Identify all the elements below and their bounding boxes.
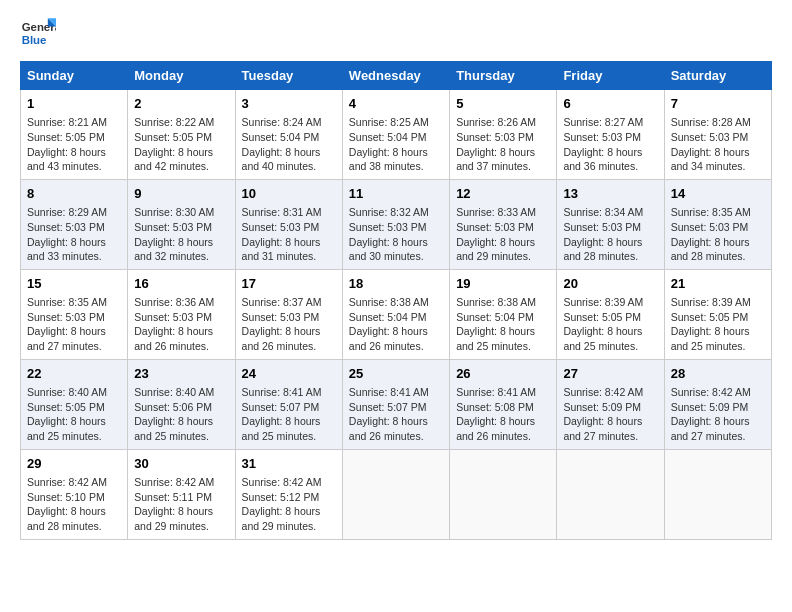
empty-cell: [450, 449, 557, 539]
week-row-4: 29Sunrise: 8:42 AMSunset: 5:10 PMDayligh…: [21, 449, 772, 539]
day-cell-24: 24Sunrise: 8:41 AMSunset: 5:07 PMDayligh…: [235, 359, 342, 449]
day-cell-20: 20Sunrise: 8:39 AMSunset: 5:05 PMDayligh…: [557, 269, 664, 359]
day-info: Sunrise: 8:24 AMSunset: 5:04 PMDaylight:…: [242, 115, 336, 174]
day-info: Sunrise: 8:26 AMSunset: 5:03 PMDaylight:…: [456, 115, 550, 174]
day-info: Sunrise: 8:27 AMSunset: 5:03 PMDaylight:…: [563, 115, 657, 174]
day-number: 3: [242, 95, 336, 113]
day-info: Sunrise: 8:42 AMSunset: 5:09 PMDaylight:…: [671, 385, 765, 444]
weekday-saturday: Saturday: [664, 62, 771, 90]
day-cell-13: 13Sunrise: 8:34 AMSunset: 5:03 PMDayligh…: [557, 179, 664, 269]
weekday-friday: Friday: [557, 62, 664, 90]
day-number: 10: [242, 185, 336, 203]
day-cell-28: 28Sunrise: 8:42 AMSunset: 5:09 PMDayligh…: [664, 359, 771, 449]
day-info: Sunrise: 8:41 AMSunset: 5:07 PMDaylight:…: [242, 385, 336, 444]
day-cell-2: 2Sunrise: 8:22 AMSunset: 5:05 PMDaylight…: [128, 90, 235, 180]
day-info: Sunrise: 8:28 AMSunset: 5:03 PMDaylight:…: [671, 115, 765, 174]
week-row-3: 22Sunrise: 8:40 AMSunset: 5:05 PMDayligh…: [21, 359, 772, 449]
day-number: 31: [242, 455, 336, 473]
day-number: 4: [349, 95, 443, 113]
day-info: Sunrise: 8:30 AMSunset: 5:03 PMDaylight:…: [134, 205, 228, 264]
header: General Blue: [20, 15, 772, 51]
day-cell-1: 1Sunrise: 8:21 AMSunset: 5:05 PMDaylight…: [21, 90, 128, 180]
day-info: Sunrise: 8:25 AMSunset: 5:04 PMDaylight:…: [349, 115, 443, 174]
day-cell-18: 18Sunrise: 8:38 AMSunset: 5:04 PMDayligh…: [342, 269, 449, 359]
day-info: Sunrise: 8:42 AMSunset: 5:09 PMDaylight:…: [563, 385, 657, 444]
day-cell-21: 21Sunrise: 8:39 AMSunset: 5:05 PMDayligh…: [664, 269, 771, 359]
day-info: Sunrise: 8:41 AMSunset: 5:07 PMDaylight:…: [349, 385, 443, 444]
day-cell-31: 31Sunrise: 8:42 AMSunset: 5:12 PMDayligh…: [235, 449, 342, 539]
day-cell-17: 17Sunrise: 8:37 AMSunset: 5:03 PMDayligh…: [235, 269, 342, 359]
day-cell-11: 11Sunrise: 8:32 AMSunset: 5:03 PMDayligh…: [342, 179, 449, 269]
day-cell-12: 12Sunrise: 8:33 AMSunset: 5:03 PMDayligh…: [450, 179, 557, 269]
day-cell-3: 3Sunrise: 8:24 AMSunset: 5:04 PMDaylight…: [235, 90, 342, 180]
day-number: 13: [563, 185, 657, 203]
day-info: Sunrise: 8:40 AMSunset: 5:05 PMDaylight:…: [27, 385, 121, 444]
day-info: Sunrise: 8:42 AMSunset: 5:11 PMDaylight:…: [134, 475, 228, 534]
day-cell-23: 23Sunrise: 8:40 AMSunset: 5:06 PMDayligh…: [128, 359, 235, 449]
day-info: Sunrise: 8:29 AMSunset: 5:03 PMDaylight:…: [27, 205, 121, 264]
weekday-thursday: Thursday: [450, 62, 557, 90]
day-number: 19: [456, 275, 550, 293]
day-cell-25: 25Sunrise: 8:41 AMSunset: 5:07 PMDayligh…: [342, 359, 449, 449]
day-info: Sunrise: 8:22 AMSunset: 5:05 PMDaylight:…: [134, 115, 228, 174]
day-info: Sunrise: 8:42 AMSunset: 5:12 PMDaylight:…: [242, 475, 336, 534]
day-number: 17: [242, 275, 336, 293]
day-info: Sunrise: 8:34 AMSunset: 5:03 PMDaylight:…: [563, 205, 657, 264]
day-number: 24: [242, 365, 336, 383]
day-number: 6: [563, 95, 657, 113]
day-number: 5: [456, 95, 550, 113]
day-number: 22: [27, 365, 121, 383]
day-info: Sunrise: 8:39 AMSunset: 5:05 PMDaylight:…: [563, 295, 657, 354]
day-cell-5: 5Sunrise: 8:26 AMSunset: 5:03 PMDaylight…: [450, 90, 557, 180]
day-number: 26: [456, 365, 550, 383]
day-info: Sunrise: 8:36 AMSunset: 5:03 PMDaylight:…: [134, 295, 228, 354]
day-info: Sunrise: 8:33 AMSunset: 5:03 PMDaylight:…: [456, 205, 550, 264]
day-cell-4: 4Sunrise: 8:25 AMSunset: 5:04 PMDaylight…: [342, 90, 449, 180]
day-info: Sunrise: 8:38 AMSunset: 5:04 PMDaylight:…: [456, 295, 550, 354]
day-number: 7: [671, 95, 765, 113]
day-cell-10: 10Sunrise: 8:31 AMSunset: 5:03 PMDayligh…: [235, 179, 342, 269]
weekday-sunday: Sunday: [21, 62, 128, 90]
day-info: Sunrise: 8:21 AMSunset: 5:05 PMDaylight:…: [27, 115, 121, 174]
day-info: Sunrise: 8:35 AMSunset: 5:03 PMDaylight:…: [27, 295, 121, 354]
day-number: 30: [134, 455, 228, 473]
day-cell-6: 6Sunrise: 8:27 AMSunset: 5:03 PMDaylight…: [557, 90, 664, 180]
day-number: 21: [671, 275, 765, 293]
day-info: Sunrise: 8:39 AMSunset: 5:05 PMDaylight:…: [671, 295, 765, 354]
day-cell-8: 8Sunrise: 8:29 AMSunset: 5:03 PMDaylight…: [21, 179, 128, 269]
day-number: 18: [349, 275, 443, 293]
day-info: Sunrise: 8:32 AMSunset: 5:03 PMDaylight:…: [349, 205, 443, 264]
empty-cell: [342, 449, 449, 539]
day-number: 8: [27, 185, 121, 203]
week-row-1: 8Sunrise: 8:29 AMSunset: 5:03 PMDaylight…: [21, 179, 772, 269]
calendar: SundayMondayTuesdayWednesdayThursdayFrid…: [20, 61, 772, 540]
day-number: 23: [134, 365, 228, 383]
day-number: 1: [27, 95, 121, 113]
day-info: Sunrise: 8:35 AMSunset: 5:03 PMDaylight:…: [671, 205, 765, 264]
day-info: Sunrise: 8:40 AMSunset: 5:06 PMDaylight:…: [134, 385, 228, 444]
day-number: 25: [349, 365, 443, 383]
day-number: 12: [456, 185, 550, 203]
day-cell-22: 22Sunrise: 8:40 AMSunset: 5:05 PMDayligh…: [21, 359, 128, 449]
day-number: 20: [563, 275, 657, 293]
day-info: Sunrise: 8:37 AMSunset: 5:03 PMDaylight:…: [242, 295, 336, 354]
day-cell-16: 16Sunrise: 8:36 AMSunset: 5:03 PMDayligh…: [128, 269, 235, 359]
day-info: Sunrise: 8:42 AMSunset: 5:10 PMDaylight:…: [27, 475, 121, 534]
day-info: Sunrise: 8:31 AMSunset: 5:03 PMDaylight:…: [242, 205, 336, 264]
day-number: 11: [349, 185, 443, 203]
day-cell-14: 14Sunrise: 8:35 AMSunset: 5:03 PMDayligh…: [664, 179, 771, 269]
day-cell-29: 29Sunrise: 8:42 AMSunset: 5:10 PMDayligh…: [21, 449, 128, 539]
day-cell-19: 19Sunrise: 8:38 AMSunset: 5:04 PMDayligh…: [450, 269, 557, 359]
week-row-2: 15Sunrise: 8:35 AMSunset: 5:03 PMDayligh…: [21, 269, 772, 359]
day-number: 16: [134, 275, 228, 293]
day-number: 14: [671, 185, 765, 203]
empty-cell: [664, 449, 771, 539]
week-row-0: 1Sunrise: 8:21 AMSunset: 5:05 PMDaylight…: [21, 90, 772, 180]
page: General Blue SundayMondayTuesdayWednesda…: [0, 0, 792, 555]
day-number: 28: [671, 365, 765, 383]
weekday-wednesday: Wednesday: [342, 62, 449, 90]
logo-icon: General Blue: [20, 15, 56, 51]
svg-text:Blue: Blue: [22, 34, 47, 46]
day-info: Sunrise: 8:38 AMSunset: 5:04 PMDaylight:…: [349, 295, 443, 354]
day-cell-7: 7Sunrise: 8:28 AMSunset: 5:03 PMDaylight…: [664, 90, 771, 180]
